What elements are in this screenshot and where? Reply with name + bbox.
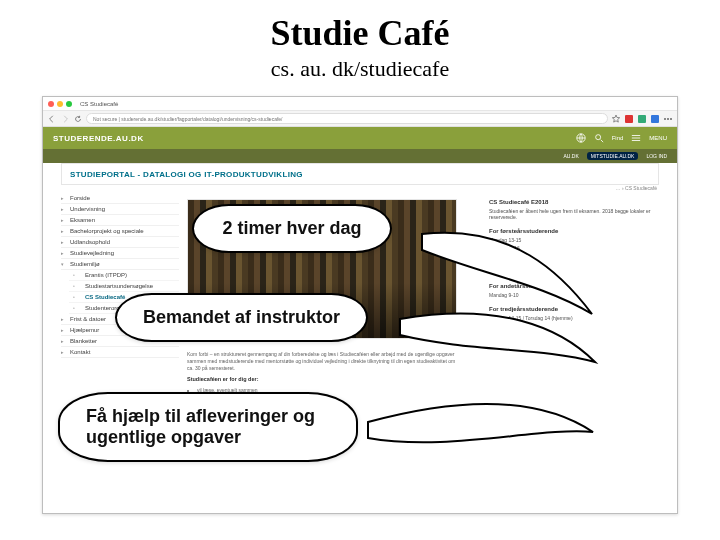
window-titlebar: CS Studiecafé (43, 97, 677, 111)
callout-bubble: Få hjælp til afleveringer og ugentlige o… (58, 392, 358, 462)
speech-tail-icon (368, 402, 598, 476)
slide-title: Studie Café (0, 12, 720, 54)
extension-icon[interactable] (637, 114, 647, 124)
address-bar: Not secure | studerende.au.dk/studier/fa… (43, 111, 677, 127)
portal-title: STUDIEPORTAL - DATALOGI OG IT-PRODUKTUDV… (70, 170, 303, 179)
header-link-find[interactable]: Find (612, 135, 624, 141)
back-icon[interactable] (47, 114, 57, 124)
globe-icon[interactable] (576, 133, 586, 144)
info-text: Studiecaféen er åbent hele ugen frem til… (489, 208, 659, 220)
svg-rect-2 (651, 115, 659, 123)
sidebar-item-kontakt[interactable]: Kontakt (61, 347, 179, 358)
speech-tail-icon (400, 307, 600, 391)
extension-icon[interactable] (624, 114, 634, 124)
subnav-link[interactable]: LOG IND (646, 153, 667, 159)
menu-icon[interactable] (663, 114, 673, 124)
callout-text: 2 timer hver dag (192, 204, 392, 253)
hamburger-menu-icon[interactable] (631, 133, 641, 144)
sidebar-item-forside[interactable]: Forside (61, 193, 179, 204)
url-field[interactable]: Not secure | studerende.au.dk/studier/fa… (86, 113, 608, 124)
sidebar-item-studievejledning[interactable]: Studievejledning (61, 248, 179, 259)
extension-icon[interactable] (650, 114, 660, 124)
forward-icon[interactable] (60, 114, 70, 124)
callout-bubble: Bemandet af instruktor (115, 293, 368, 342)
svg-point-3 (664, 118, 666, 120)
sidebar-item-bachelor[interactable]: Bachelorprojekt og speciale (61, 226, 179, 237)
subnav-link[interactable]: AU.DK (564, 153, 579, 159)
sidebar-item-undervisning[interactable]: Undervisning (61, 204, 179, 215)
search-icon[interactable] (594, 133, 604, 144)
info-heading: CS Studiecafé E2018 (489, 199, 659, 205)
breadcrumb[interactable]: … › CS Studiecafé (616, 185, 657, 191)
svg-rect-0 (625, 115, 633, 123)
site-brand[interactable]: STUDERENDE.AU.DK (53, 134, 144, 143)
minimize-icon[interactable] (57, 101, 63, 107)
sidebar-subitem[interactable]: Erantis (ITPDP) (69, 270, 179, 281)
svg-point-5 (670, 118, 672, 120)
svg-point-7 (595, 134, 600, 139)
slide-url: cs. au. dk/studiecafe (0, 56, 720, 82)
tab-title[interactable]: CS Studiecafé (80, 101, 118, 107)
callout-text: Bemandet af instruktor (115, 293, 368, 342)
maximize-icon[interactable] (66, 101, 72, 107)
subnav-link[interactable]: MITSTUDIE.AU.DK (587, 152, 639, 160)
sidebar-item-studiemiljo[interactable]: Studiemiljø (61, 259, 179, 270)
svg-point-4 (667, 118, 669, 120)
sidebar-item-udlands[interactable]: Udlandsophold (61, 237, 179, 248)
close-icon[interactable] (48, 101, 54, 107)
site-subnav: AU.DK MITSTUDIE.AU.DK LOG IND (43, 149, 677, 163)
portal-title-bar: STUDIEPORTAL - DATALOGI OG IT-PRODUKTUDV… (61, 163, 659, 185)
site-header: STUDERENDE.AU.DK Find MENU (43, 127, 677, 149)
sidebar-subitem[interactable]: Studiestartsundersøgelse (69, 281, 179, 292)
svg-rect-1 (638, 115, 646, 123)
sidebar-item-eksamen[interactable]: Eksamen (61, 215, 179, 226)
callout-bubble: 2 timer hver dag (192, 204, 392, 253)
callout-text: Få hjælp til afleveringer og ugentlige o… (58, 392, 358, 462)
header-link-menu[interactable]: MENU (649, 135, 667, 141)
bookmark-star-icon[interactable] (611, 114, 621, 124)
sidebar-nav: Forside Undervisning Eksamen Bachelorpro… (61, 193, 179, 513)
reload-icon[interactable] (73, 114, 83, 124)
